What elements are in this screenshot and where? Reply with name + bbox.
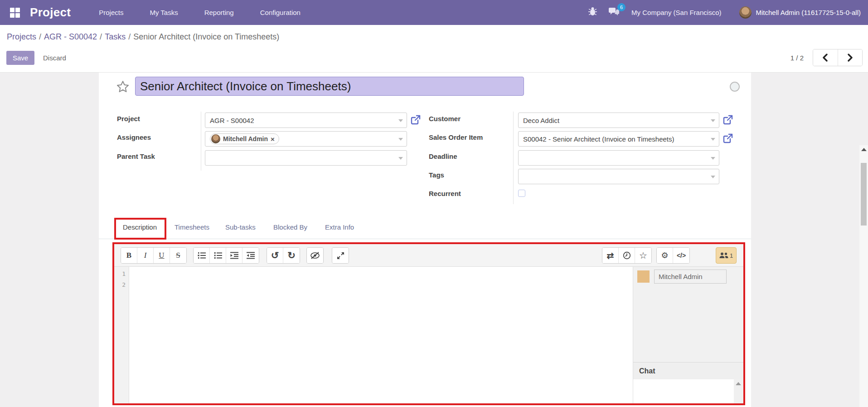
expand-icon[interactable]: [332, 248, 349, 263]
sale-order-item-field[interactable]: S00042 - Senior Architect (Invoice on Ti…: [518, 131, 719, 147]
exchange-arrows-icon[interactable]: ⇄: [602, 248, 619, 263]
top-navbar: Project Projects My Tasks Reporting Conf…: [0, 0, 868, 25]
tab-extra-info[interactable]: Extra Info: [325, 223, 354, 231]
collaborator-name: Mitchell Admin: [654, 270, 727, 284]
chat-scrollbar[interactable]: [734, 379, 743, 403]
ordered-list-icon[interactable]: [194, 248, 210, 263]
message-count-badge: 6: [617, 3, 626, 11]
customer-external-link-icon[interactable]: [723, 115, 733, 125]
dropdown-caret-icon[interactable]: [711, 119, 715, 122]
breadcrumb-separator: /: [100, 32, 102, 41]
code-view-icon[interactable]: </>: [673, 248, 689, 263]
recurrent-checkbox[interactable]: [518, 190, 525, 197]
remove-assignee-icon[interactable]: ×: [271, 136, 275, 142]
save-button[interactable]: Save: [6, 51, 34, 65]
field-label-project: Project: [117, 115, 140, 123]
assignees-field[interactable]: Mitchell Admin ×: [205, 131, 407, 147]
assignee-tag: Mitchell Admin ×: [210, 133, 279, 144]
dropdown-caret-icon[interactable]: [711, 138, 715, 141]
outdent-icon[interactable]: [242, 248, 259, 263]
breadcrumb-current: Senior Architect (Invoice on Timesheets): [133, 32, 279, 41]
menu-projects[interactable]: Projects: [99, 9, 123, 16]
page-scrollbar[interactable]: [859, 145, 868, 407]
project-external-link-icon[interactable]: [411, 115, 421, 125]
debug-bug-icon[interactable]: [588, 7, 597, 18]
bold-button[interactable]: B: [121, 248, 137, 263]
pager-counter: 1 / 2: [790, 54, 804, 62]
strikethrough-button[interactable]: S: [170, 248, 186, 263]
field-tools-group: ⇄ ☆: [602, 247, 652, 264]
breadcrumb-projects[interactable]: Projects: [7, 32, 36, 41]
gear-icon[interactable]: ⚙: [657, 248, 673, 263]
sale-order-item-external-link-icon[interactable]: [723, 133, 733, 143]
scroll-up-icon[interactable]: [861, 148, 867, 151]
messages-icon[interactable]: 6: [609, 7, 620, 19]
eye-slash-icon[interactable]: [307, 248, 323, 263]
pager-next-icon[interactable]: [838, 49, 863, 66]
tab-timesheets[interactable]: Timesheets: [175, 223, 209, 231]
menu-reporting[interactable]: Reporting: [204, 9, 234, 16]
form-sheet: Senior Architect (Invoice on Timesheets)…: [99, 73, 751, 407]
pager-previous-icon[interactable]: [813, 49, 838, 66]
tab-blocked-by[interactable]: Blocked By: [273, 223, 307, 231]
tab-sub-tasks[interactable]: Sub-tasks: [225, 223, 256, 231]
indent-icon[interactable]: [226, 248, 242, 263]
content-background: Senior Architect (Invoice on Timesheets)…: [0, 73, 868, 407]
tags-field[interactable]: [518, 169, 719, 184]
group-separator: [513, 112, 514, 204]
project-field-value: AGR - S00042: [210, 117, 254, 124]
favorite-star-icon[interactable]: [116, 80, 130, 95]
deadline-field[interactable]: [518, 150, 719, 166]
systray: 6 My Company (San Francisco) Mitchell Ad…: [588, 0, 868, 25]
user-menu[interactable]: Mitchell Admin (11617725-15-0-all): [756, 9, 861, 16]
list-group: [193, 247, 259, 264]
dropdown-caret-icon[interactable]: [398, 119, 403, 122]
menu-configuration[interactable]: Configuration: [260, 9, 301, 16]
project-field[interactable]: AGR - S00042: [205, 113, 407, 128]
assignee-avatar: [211, 134, 220, 143]
field-label-tags: Tags: [429, 171, 444, 179]
underline-button[interactable]: U: [154, 248, 170, 263]
breadcrumb-tasks[interactable]: Tasks: [105, 32, 126, 41]
line-number: 1: [114, 270, 129, 281]
collaborators-button[interactable]: 1: [716, 247, 737, 264]
assignee-name: Mitchell Admin: [223, 135, 268, 142]
main-menu: Projects My Tasks Reporting Configuratio…: [99, 9, 301, 16]
menu-my-tasks[interactable]: My Tasks: [150, 9, 178, 16]
user-avatar[interactable]: [739, 6, 752, 19]
app-title[interactable]: Project: [30, 5, 71, 20]
field-label-customer: Customer: [429, 115, 461, 123]
customer-field-value: Deco Addict: [523, 117, 559, 124]
group-separator: [201, 112, 201, 171]
sale-order-item-field-value: S00042 - Senior Architect (Invoice on Ti…: [523, 135, 674, 143]
breadcrumb-project-agr[interactable]: AGR - S00042: [44, 32, 97, 41]
line-number: 2: [114, 281, 129, 292]
chat-scroll-up-icon[interactable]: [736, 382, 741, 385]
parent-task-field[interactable]: [205, 150, 407, 166]
dropdown-caret-icon[interactable]: [711, 157, 715, 160]
italic-button[interactable]: I: [137, 248, 154, 263]
scrollbar-thumb[interactable]: [861, 163, 867, 226]
tab-description[interactable]: Description: [123, 223, 157, 231]
kanban-state-icon[interactable]: [730, 82, 740, 92]
line-number-gutter: 1 2: [114, 267, 129, 403]
undo-icon[interactable]: ↺: [267, 248, 283, 263]
record-pager: [813, 49, 863, 66]
discard-button[interactable]: Discard: [43, 51, 66, 65]
dropdown-caret-icon[interactable]: [398, 157, 403, 160]
description-text-area[interactable]: [129, 267, 633, 403]
chat-messages-area[interactable]: [633, 379, 734, 403]
task-title-input[interactable]: Senior Architect (Invoice on Timesheets): [135, 77, 524, 96]
customer-field[interactable]: Deco Addict: [518, 113, 719, 128]
apps-menu-icon[interactable]: [10, 8, 20, 18]
dropdown-caret-icon[interactable]: [711, 176, 715, 178]
star-icon[interactable]: ☆: [635, 248, 651, 263]
unordered-list-icon[interactable]: [210, 248, 226, 263]
company-switcher[interactable]: My Company (San Francisco): [631, 9, 721, 16]
expand-group: [332, 247, 349, 264]
users-icon: [719, 252, 728, 259]
redo-icon[interactable]: ↻: [283, 248, 300, 263]
dropdown-caret-icon[interactable]: [398, 138, 403, 141]
history-clock-icon[interactable]: [619, 248, 635, 263]
collaborators-count: 1: [730, 252, 733, 259]
